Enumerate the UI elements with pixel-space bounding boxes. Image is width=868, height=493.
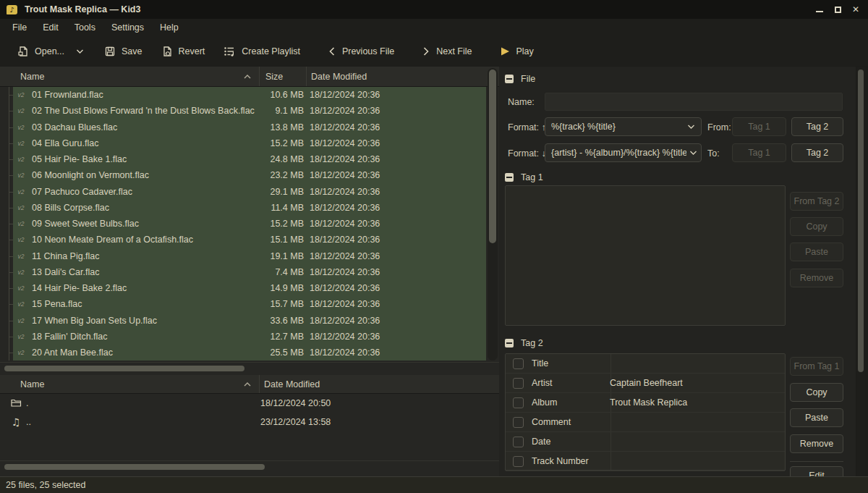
- directory-row-parent[interactable]: ♫ .. 23/12/2024 13:58: [0, 413, 499, 431]
- file-size: 15.7 MB: [259, 299, 305, 309]
- tag2-from-filename-button[interactable]: Tag 2: [791, 143, 843, 162]
- open-dropdown-button[interactable]: [73, 44, 87, 59]
- file-size: 14.9 MB: [259, 283, 305, 293]
- file-size: 19.1 MB: [259, 251, 305, 261]
- file-list-vertical-scrollbar[interactable]: [488, 68, 498, 361]
- file-name: 03 Dachau Blues.flac: [29, 122, 259, 132]
- tag2-paste-button[interactable]: Paste: [790, 408, 843, 427]
- tag2-field-row[interactable]: Date: [506, 432, 785, 452]
- file-row[interactable]: v209 Sweet Sweet Bulbs.flac15.2 MB18/12/…: [0, 216, 486, 232]
- status-text: 25 files, 25 selected: [6, 480, 86, 490]
- column-header-name[interactable]: Name: [0, 67, 259, 86]
- collapse-icon[interactable]: [505, 339, 514, 347]
- file-row[interactable]: v210 Neon Meate Dream of a Octafish.flac…: [0, 232, 486, 248]
- directory-row-current[interactable]: . 18/12/2024 20:50: [0, 394, 499, 413]
- window-title: Trout Mask Replica — Kid3: [25, 4, 140, 14]
- play-button[interactable]: Play: [493, 42, 541, 61]
- tag-version-badge: v2: [13, 172, 29, 179]
- file-row[interactable]: v217 When Big Joan Sets Up.flac33.6 MB18…: [0, 313, 486, 329]
- menu-tools[interactable]: Tools: [67, 20, 103, 35]
- format-from-combobox[interactable]: %{track} %{title}: [545, 117, 702, 136]
- file-date: 18/12/2024 20:36: [305, 283, 486, 293]
- tag2-field-row[interactable]: ArtistCaptain Beefheart: [506, 374, 785, 393]
- file-date: 18/12/2024 20:36: [305, 187, 486, 197]
- tag-version-badge: v2: [13, 188, 29, 195]
- next-file-button[interactable]: Next File: [414, 42, 479, 61]
- scrollbar-thumb[interactable]: [4, 366, 244, 371]
- menu-edit[interactable]: Edit: [35, 20, 67, 35]
- tree-branch-icon: [0, 329, 13, 345]
- format-to-combobox[interactable]: {artist} - %{album}/%{track} %{title}: [545, 143, 702, 162]
- file-size: 12.7 MB: [259, 332, 305, 342]
- scrollbar-thumb[interactable]: [4, 464, 265, 470]
- filename-input[interactable]: [545, 93, 843, 111]
- checkbox[interactable]: [513, 417, 524, 428]
- tag1-fields-table[interactable]: [505, 185, 786, 326]
- tag-editor-vertical-scrollbar[interactable]: [856, 67, 865, 476]
- tag2-field-row[interactable]: Comment: [506, 413, 785, 432]
- file-row[interactable]: v204 Ella Guru.flac15.2 MB18/12/2024 20:…: [0, 135, 486, 151]
- maximize-button[interactable]: [831, 4, 844, 15]
- field-label: Artist: [524, 378, 603, 388]
- checkbox[interactable]: [513, 378, 524, 389]
- chevron-left-icon: [328, 46, 336, 56]
- file-size: 9.1 MB: [259, 106, 305, 116]
- file-row-selection: v208 Bills Corpse.flac11.4 MB18/12/2024 …: [13, 200, 486, 216]
- close-icon: ✕: [852, 4, 859, 14]
- file-row[interactable]: v205 Hair Pie- Bake 1.flac24.8 MB18/12/2…: [0, 151, 486, 167]
- menu-settings[interactable]: Settings: [103, 20, 152, 35]
- file-row[interactable]: v207 Pachuco Cadaver.flac29.1 MB18/12/20…: [0, 184, 486, 200]
- column-header-name[interactable]: Name: [0, 375, 259, 393]
- file-row[interactable]: v214 Hair Pie- Bake 2.flac14.9 MB18/12/2…: [0, 280, 486, 296]
- tag-editor-panel: File Name: Format: ↑ %{track} %{title} F…: [499, 67, 856, 476]
- column-header-date-modified[interactable]: Date Modified: [307, 67, 499, 86]
- file-row[interactable]: v202 The Dust Blows Forward 'n the Dust …: [0, 103, 486, 119]
- tag1-from-tag2-button: From Tag 2: [790, 192, 843, 211]
- file-date: 18/12/2024 20:36: [305, 347, 486, 358]
- scrollbar-thumb[interactable]: [489, 69, 496, 243]
- filename-from-tag2-button[interactable]: Tag 2: [791, 117, 843, 136]
- file-name: 08 Bills Corpse.flac: [29, 203, 259, 213]
- minimize-button[interactable]: [813, 4, 826, 15]
- previous-file-button[interactable]: Previous File: [320, 42, 401, 61]
- file-row[interactable]: v213 Dali's Car.flac7.4 MB18/12/2024 20:…: [0, 264, 486, 280]
- column-header-size[interactable]: Size: [260, 67, 306, 86]
- revert-button[interactable]: Revert: [154, 41, 213, 62]
- open-button[interactable]: Open...: [10, 41, 72, 62]
- file-name: 04 Ella Guru.flac: [29, 138, 259, 148]
- column-header-date-modified[interactable]: Date Modified: [260, 375, 499, 393]
- file-row[interactable]: v201 Frownland.flac10.6 MB18/12/2024 20:…: [0, 87, 486, 103]
- tag2-edit-button[interactable]: Edit: [790, 466, 843, 476]
- checkbox[interactable]: [513, 437, 524, 447]
- file-row[interactable]: v208 Bills Corpse.flac11.4 MB18/12/2024 …: [0, 200, 486, 216]
- file-row[interactable]: v218 Fallin' Ditch.flac12.7 MB18/12/2024…: [0, 329, 486, 345]
- tag2-field-row[interactable]: Title: [506, 354, 785, 374]
- minimize-icon: [816, 11, 823, 12]
- chevron-down-icon: [689, 150, 697, 156]
- collapse-icon[interactable]: [505, 75, 514, 83]
- menubar: File Edit Tools Settings Help: [0, 19, 868, 36]
- directory-list-horizontal-scrollbar[interactable]: [0, 460, 499, 472]
- file-row[interactable]: v203 Dachau Blues.flac13.8 MB18/12/2024 …: [0, 119, 486, 135]
- tag2-remove-button[interactable]: Remove: [790, 434, 843, 453]
- checkbox[interactable]: [513, 456, 524, 467]
- tag2-section-title: Tag 2: [521, 338, 543, 348]
- collapse-icon[interactable]: [505, 173, 514, 182]
- tag2-field-row[interactable]: AlbumTrout Mask Replica: [506, 393, 785, 413]
- menu-file[interactable]: File: [4, 20, 35, 35]
- tag2-field-row[interactable]: Track Number: [506, 452, 785, 471]
- scrollbar-thumb[interactable]: [858, 69, 864, 372]
- tag1-remove-button: Remove: [790, 269, 843, 287]
- file-row[interactable]: v220 Ant Man Bee.flac25.5 MB18/12/2024 2…: [0, 345, 486, 361]
- file-row[interactable]: v211 China Pig.flac19.1 MB18/12/2024 20:…: [0, 248, 486, 264]
- save-button[interactable]: Save: [97, 41, 150, 62]
- close-button[interactable]: ✕: [849, 4, 862, 15]
- file-row[interactable]: v215 Pena.flac15.7 MB18/12/2024 20:36: [0, 296, 486, 312]
- create-playlist-button[interactable]: Create Playlist: [216, 41, 307, 62]
- file-row[interactable]: v206 Moonlight on Vermont.flac23.2 MB18/…: [0, 167, 486, 183]
- tag2-copy-button[interactable]: Copy: [790, 383, 843, 402]
- checkbox[interactable]: [513, 397, 524, 408]
- checkbox[interactable]: [513, 358, 524, 369]
- menu-help[interactable]: Help: [152, 20, 187, 35]
- file-list-horizontal-scrollbar[interactable]: [0, 362, 499, 374]
